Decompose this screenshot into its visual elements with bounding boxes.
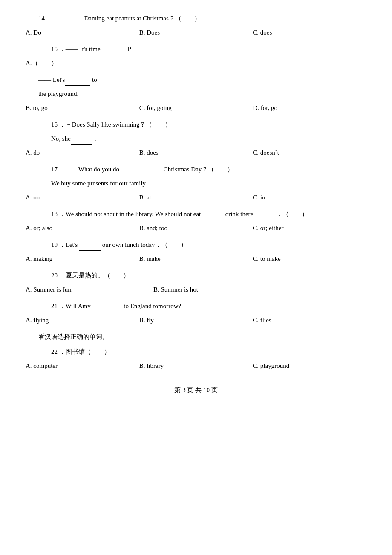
question-18-text: 18 ．We should not shout in the library. … [26, 208, 366, 220]
instruction-line: 看汉语选择正确的单词。 [26, 331, 366, 343]
option-a: A. Do [26, 27, 139, 38]
question-19: 19 ．Let's our own lunch today．（ ） A. mak… [26, 239, 366, 265]
option-d: D. for, go [253, 102, 366, 114]
option-b: B. Summer is hot. [153, 284, 281, 295]
page-footer: 第 3 页 共 10 页 [26, 384, 366, 396]
option-c: C. for, going [139, 102, 253, 114]
option-b: B. to, go [26, 102, 139, 114]
question-14-options: A. Do B. Does C. does [26, 27, 366, 38]
option-b: B. make [139, 253, 253, 265]
q15-blank2 [65, 85, 90, 86]
question-15-options: B. to, go C. for, going D. for, go [26, 102, 366, 114]
option-b: B. and; too [139, 223, 253, 234]
option-c: C. or; either [253, 223, 366, 234]
option-a: A. do [26, 147, 139, 159]
option-c: C. to make [253, 253, 366, 265]
option-a: A. flying [26, 315, 139, 326]
option-a: A. on [26, 192, 139, 203]
option-placeholder [281, 284, 366, 295]
question-21: 21 ．Will Amy to England tomorrow? A. fly… [26, 301, 366, 326]
question-21-options: A. flying B. fly C. flies [26, 315, 366, 326]
q15-blank1 [101, 55, 126, 55]
question-22-text: 22 ．图书馆（ ） [26, 346, 366, 358]
question-16-options: A. do B. does C. doesn`t [26, 147, 366, 159]
question-16-answer: ——No, she． [26, 133, 366, 145]
option-c: C. in [253, 192, 366, 203]
question-17-text: 17 ．——What do you do Christmas Day？（ ） [26, 164, 366, 175]
q17-blank [121, 175, 164, 175]
option-a: A. computer [26, 360, 139, 372]
option-a-paren: A.（ ） [26, 58, 366, 69]
question-17-answer: ——We buy some presents for our family. [26, 178, 366, 189]
q16-blank [71, 144, 92, 145]
question-21-text: 21 ．Will Amy to England tomorrow? [26, 301, 366, 312]
option-c: C. doesn`t [253, 147, 366, 159]
q19-blank [79, 250, 101, 251]
question-20: 20 ．夏天是热的。（ ） A. Summer is fun. B. Summe… [26, 270, 366, 295]
option-b: B. Does [139, 27, 253, 38]
question-16: 16 ．－Does Sally like swimming？（ ） ——No, … [26, 119, 366, 159]
option-b: B. at [139, 192, 253, 203]
option-b: B. library [139, 360, 253, 372]
question-15-answer: —— Let's to [26, 74, 366, 86]
q18-blank1 [202, 220, 224, 220]
option-a: A. or; also [26, 223, 139, 234]
question-22-options: A. computer B. library C. playground [26, 360, 366, 372]
option-c: C. playground [253, 360, 366, 372]
question-17-options: A. on B. at C. in [26, 192, 366, 203]
question-18: 18 ．We should not shout in the library. … [26, 208, 366, 234]
question-20-text: 20 ．夏天是热的。（ ） [26, 270, 366, 281]
question-14: 14 ． Daming eat peanuts at Christmas？（ ）… [26, 13, 366, 38]
question-15-text: 15 ．—— It's time P [26, 43, 366, 55]
option-b: B. does [139, 147, 253, 159]
question-18-options: A. or; also B. and; too C. or; either [26, 223, 366, 234]
question-15-answer2: the playground. [26, 88, 366, 100]
q21-blank [92, 312, 122, 312]
question-16-text: 16 ．－Does Sally like swimming？（ ） [26, 119, 366, 130]
option-a: A. Summer is fun. [26, 284, 153, 295]
question-22: 22 ．图书馆（ ） A. computer B. library C. pla… [26, 346, 366, 372]
q18-blank2 [255, 220, 276, 220]
question-17: 17 ．——What do you do Christmas Day？（ ） —… [26, 164, 366, 203]
q14-blank [53, 24, 83, 24]
question-15: 15 ．—— It's time P A.（ ） —— Let's to the… [26, 43, 366, 114]
question-19-text: 19 ．Let's our own lunch today．（ ） [26, 239, 366, 251]
question-14-text: 14 ． Daming eat peanuts at Christmas？（ ） [26, 13, 366, 24]
option-c: C. does [253, 27, 366, 38]
option-c: C. flies [253, 315, 366, 326]
question-15-optionA-paren: A.（ ） [26, 58, 366, 69]
option-a: A. making [26, 253, 139, 265]
question-19-options: A. making B. make C. to make [26, 253, 366, 265]
question-20-options: A. Summer is fun. B. Summer is hot. [26, 284, 366, 295]
option-b: B. fly [139, 315, 253, 326]
